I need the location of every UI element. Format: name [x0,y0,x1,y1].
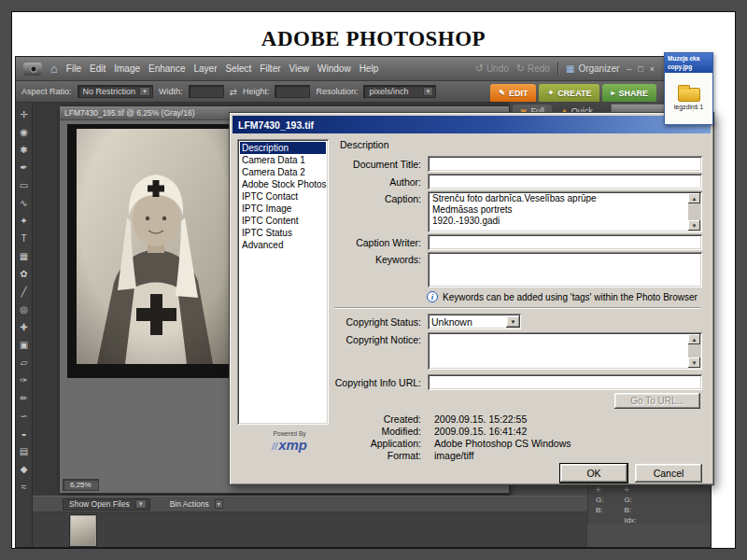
section-item[interactable]: Camera Data 2 [240,166,326,178]
menu-item[interactable]: Select [226,63,252,74]
folder-icon[interactable] [678,88,700,102]
tool-options-bar: Aspect Ratio: No Restriction▼ Width: ⇄ H… [16,81,711,103]
hand-tool[interactable]: ✱ [17,141,32,159]
pencil-tool[interactable]: ✏ [17,389,32,407]
brush-tool[interactable]: ✑ [17,371,32,389]
bin-actions-menu[interactable]: Bin Actions▾ [163,498,227,511]
photo-bin [33,512,587,547]
tab-share[interactable]: ▸SHARE [602,84,656,102]
copyright-status-select[interactable]: Unknown ▼ [428,314,521,329]
muzeja-eka-window: Muzeja eka copy.jpg legzdiņš 1 [664,52,713,125]
document-title-input[interactable] [428,156,702,172]
gradient-tool[interactable]: ▤ [17,442,32,460]
copyright-status-value: Unknown [431,316,472,328]
menu-item[interactable]: Window [317,63,351,74]
show-open-files-select[interactable]: Show Open Files▼ [63,498,150,511]
section-item[interactable]: IPTC Contact [240,190,326,203]
ok-button[interactable]: OK [560,464,627,483]
blur-tool[interactable]: ≈ [17,478,32,496]
magic-wand-tool[interactable]: ✦ [17,212,32,230]
menu-item[interactable]: Enhance [148,63,185,74]
keywords-input[interactable] [428,252,702,287]
smudge-tool[interactable]: ∽ [17,407,32,425]
go-to-url-button[interactable]: Go To URL... [614,393,700,409]
panel-title: Description [340,139,389,150]
crop-tool[interactable]: ▦ [17,247,32,265]
metadata-row: Created: 2009.09.15. 15:22:55 [334,413,702,426]
menu-item[interactable]: Layer [194,63,218,74]
restore-button[interactable]: □ [638,64,642,74]
scroll-down-icon[interactable]: ▼ [688,357,700,368]
swap-dimensions-icon[interactable]: ⇄ [230,87,237,97]
undo-label: Undo [486,63,509,74]
section-item[interactable]: IPTC Image [240,203,326,215]
zoom-tool[interactable]: ◉ [17,123,32,141]
copyright-url-input[interactable] [428,374,702,390]
paint-bucket-tool[interactable]: ◒ [17,425,32,442]
menu-item[interactable]: Help [359,63,379,74]
muzeja-eka-titlebar[interactable]: Muzeja eka copy.jpg [665,53,712,73]
document-title-label: Document Title: [334,159,421,170]
eraser-tool[interactable]: ▱ [17,354,32,371]
section-item[interactable]: Description [240,142,326,154]
aspect-ratio-value: No Restriction [83,87,136,96]
dialog-titlebar[interactable]: LFM7430_193.tif [233,116,711,133]
author-label: Author: [334,176,421,188]
caption-input[interactable]: Strenču foto darbnīca.Veselības aprūpe M… [428,191,702,232]
cancel-button[interactable]: Cancel [635,464,702,483]
caption-label: Caption: [334,193,421,204]
eyedropper-tool[interactable]: ✒ [17,159,32,176]
clone-stamp-tool[interactable]: ▣ [17,336,32,354]
caption-writer-label: Caption Writer: [334,237,421,248]
create-star-icon: ✦ [547,89,554,97]
type-tool[interactable]: T [17,230,32,247]
copyright-notice-scrollbar[interactable]: ▲▼ [688,334,700,368]
move-tool[interactable]: ✛ [17,105,32,123]
section-item[interactable]: IPTC Content [240,215,326,227]
red-eye-tool[interactable]: ◎ [17,301,32,318]
menu-item[interactable]: Edit [90,63,106,74]
minimize-button[interactable]: – [627,64,631,74]
author-input[interactable] [428,174,702,189]
info-group-right: ✛ G:B:Idx: [624,486,636,525]
info-icon: i [427,291,438,302]
tab-edit[interactable]: ✎EDIT [490,84,536,102]
caption-scrollbar[interactable]: ▲▼ [688,193,700,231]
undo-button[interactable]: ↺Undo [475,63,509,75]
scroll-up-icon[interactable]: ▲ [688,334,700,344]
section-item[interactable]: Adobe Stock Photos [240,178,326,190]
metadata-label: Modified: [334,426,421,438]
lasso-tool[interactable]: ∿ [17,194,32,212]
menu-item[interactable]: Filter [260,63,280,74]
shape-tool[interactable]: ◆ [17,460,32,478]
close-button[interactable]: × [650,64,655,74]
scroll-down-icon[interactable]: ▼ [688,220,700,231]
section-item[interactable]: Advanced [240,239,326,251]
width-input[interactable] [189,85,224,98]
redo-button[interactable]: ↻Redo [516,63,550,75]
straighten-tool[interactable]: ╱ [17,283,32,301]
section-item[interactable]: IPTC Status [240,227,326,239]
resolution-unit-select[interactable]: pixels/inch▼ [363,85,436,98]
zoom-level-field[interactable]: 6,25% [63,479,99,491]
copyright-notice-input[interactable]: ▲▼ [428,332,702,370]
caption-writer-input[interactable] [428,234,702,250]
chevron-down-icon[interactable]: ▼ [506,315,520,328]
organizer-button[interactable]: ▦Organizer [566,63,619,74]
menu-item[interactable]: File [66,63,81,74]
height-input[interactable] [275,85,310,98]
chevron-down-icon: ▼ [423,87,434,96]
marquee-tool[interactable]: ▭ [17,176,32,194]
menu-item[interactable]: View [289,63,310,74]
menu-item[interactable]: Image [114,63,140,74]
aspect-ratio-select[interactable]: No Restriction▼ [78,85,153,98]
photo-bin-thumbnail[interactable] [70,515,96,546]
camera-logo-icon [23,63,42,76]
bin-actions-label: Bin Actions [170,499,209,509]
healing-brush-tool[interactable]: ✚ [17,318,32,336]
cookie-cutter-tool[interactable]: ✿ [17,265,32,283]
tab-create[interactable]: ✦CREATE [539,84,599,102]
scroll-up-icon[interactable]: ▲ [688,193,700,203]
section-item[interactable]: Camera Data 1 [240,154,326,166]
home-icon[interactable]: ⌂ [50,63,58,75]
